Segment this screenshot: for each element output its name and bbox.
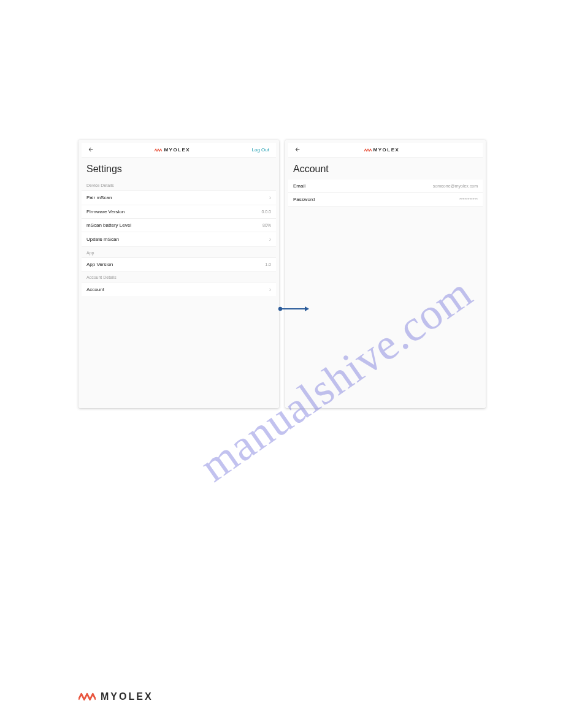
settings-screenshot: MYOLEX Log Out Settings Device Details P…: [79, 140, 279, 408]
battery-level-row: mScan battery Level 80%: [82, 219, 276, 232]
pair-mscan-label: Pair mScan: [86, 195, 112, 200]
back-button[interactable]: [292, 145, 303, 156]
brand-name: MYOLEX: [373, 147, 400, 153]
account-screenshot: MYOLEX Account Email someone@myolex.com …: [285, 140, 486, 408]
screenshots-row: MYOLEX Log Out Settings Device Details P…: [79, 140, 486, 408]
device-details-header: Device Details: [82, 180, 276, 191]
footer-brand: MYOLEX: [79, 691, 153, 702]
account-details-header: Account Details: [82, 271, 276, 282]
pair-mscan-row[interactable]: Pair mScan ›: [82, 191, 276, 205]
brand-icon: [79, 692, 96, 702]
logout-button[interactable]: Log Out: [249, 146, 272, 154]
update-mscan-row[interactable]: Update mScan ›: [82, 232, 276, 247]
email-value: someone@myolex.com: [433, 184, 478, 188]
brand-icon: [155, 148, 162, 153]
app-version-value: 1.0: [265, 262, 271, 267]
password-label: Password: [293, 197, 315, 202]
brand-logo: MYOLEX: [364, 147, 400, 153]
firmware-version-value: 0.0.0: [261, 210, 271, 214]
footer-brand-name: MYOLEX: [101, 691, 153, 702]
password-row[interactable]: Password ***********: [288, 193, 483, 207]
account-row[interactable]: Account ›: [82, 282, 276, 297]
account-header-bar: MYOLEX: [288, 143, 483, 157]
account-page-title: Account: [288, 157, 483, 180]
email-row[interactable]: Email someone@myolex.com: [288, 180, 483, 193]
firmware-version-row: Firmware Version 0.0.0: [82, 205, 276, 219]
settings-header-bar: MYOLEX Log Out: [82, 143, 276, 157]
battery-level-label: mScan battery Level: [86, 222, 131, 228]
password-value: ***********: [459, 197, 478, 202]
app-version-row: App Version 1.0: [82, 258, 276, 271]
firmware-version-label: Firmware Version: [86, 209, 124, 214]
back-arrow-icon: [88, 146, 94, 153]
chevron-right-icon: ›: [269, 194, 271, 201]
app-version-label: App Version: [86, 262, 113, 267]
brand-logo: MYOLEX: [155, 147, 190, 153]
account-row-label: Account: [86, 287, 104, 292]
brand-name: MYOLEX: [164, 147, 190, 153]
email-label: Email: [293, 183, 305, 189]
update-mscan-label: Update mScan: [86, 237, 119, 242]
chevron-right-icon: ›: [269, 286, 271, 293]
settings-page-title: Settings: [82, 157, 276, 180]
chevron-right-icon: ›: [269, 236, 271, 243]
app-section-header: App: [82, 247, 276, 258]
back-arrow-icon: [294, 146, 301, 153]
back-button[interactable]: [85, 145, 96, 156]
brand-icon: [364, 148, 372, 153]
battery-level-value: 80%: [262, 223, 271, 227]
